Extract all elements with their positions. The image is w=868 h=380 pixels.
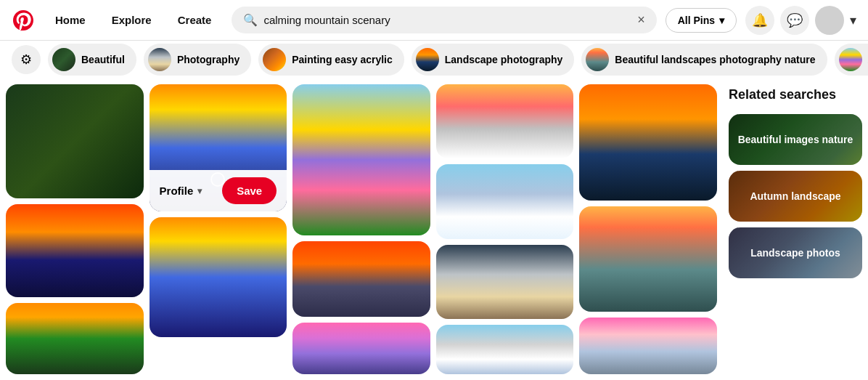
pins-column-2: Profile ▾ Save Save — [150, 84, 287, 374]
pins-column-1: Save Save Save — [6, 84, 144, 374]
pin-card[interactable]: Save — [292, 241, 430, 317]
pin-card[interactable]: Save — [436, 164, 574, 238]
save-button[interactable]: Save — [521, 170, 568, 193]
chip-beautiful-label: Beautiful — [81, 54, 125, 65]
header: Home Explore Create 🔍 × All Pins ▾ 🔔 💬 ▾ — [0, 0, 868, 41]
related-card-autumn[interactable]: Autumn landscape — [729, 171, 862, 222]
chip-beautiful-landscapes-label: Beautiful landscapes photography nature — [615, 54, 815, 65]
save-button[interactable]: Save — [91, 90, 138, 113]
pin-card[interactable]: Save — [150, 217, 287, 337]
pin-card[interactable]: Save — [579, 84, 717, 201]
messages-button[interactable]: 💬 — [780, 6, 809, 35]
save-button[interactable]: Save — [521, 331, 568, 354]
notifications-button[interactable]: 🔔 — [745, 6, 774, 35]
pin-card[interactable]: Save — [6, 204, 144, 297]
pin-card[interactable]: Save — [436, 325, 574, 374]
pin-card[interactable]: Save — [6, 303, 144, 374]
chip-landscape-img — [416, 48, 439, 71]
profile-chevron-icon[interactable]: ▾ — [850, 12, 856, 28]
right-sidebar: Related searches Beautiful images nature… — [723, 78, 868, 380]
related-card-label: Autumn landscape — [744, 187, 846, 205]
pinterest-logo[interactable] — [12, 9, 35, 32]
pins-column-3: Save Save Save — [292, 84, 430, 374]
main-nav: Home Explore Create — [44, 8, 223, 32]
related-card-nature[interactable]: Beautiful images nature — [729, 114, 862, 165]
search-input[interactable] — [263, 14, 631, 26]
main-content: Save Save Save Profile ▾ — [0, 78, 868, 380]
all-pins-chevron-icon: ▾ — [719, 15, 724, 26]
save-button[interactable]: Save — [664, 323, 711, 347]
pins-column-5: Save Save Save — [579, 84, 717, 374]
pin-card-active[interactable]: Profile ▾ Save — [150, 84, 287, 211]
chip-aesthetic-img — [839, 48, 862, 71]
save-button[interactable]: Save — [521, 90, 568, 113]
pin-card[interactable]: Save — [579, 318, 717, 374]
pin-card[interactable]: Save — [436, 84, 574, 158]
chip-beautiful[interactable]: Beautiful — [48, 44, 136, 76]
save-button[interactable]: Save — [377, 247, 425, 270]
search-icon: 🔍 — [243, 13, 258, 27]
pins-column-4: Save Save Save Save — [436, 84, 574, 374]
save-button[interactable]: Save — [664, 90, 711, 113]
chip-landscape-photo-label: Landscape photography — [445, 54, 563, 65]
related-searches-title: Related searches — [729, 84, 862, 108]
save-pin-button[interactable]: Save — [222, 177, 277, 204]
save-button[interactable]: Save — [377, 328, 425, 352]
pin-card[interactable]: Save — [292, 84, 430, 235]
header-icons: 🔔 💬 ▾ — [745, 6, 856, 35]
search-clear-icon[interactable]: × — [637, 12, 645, 28]
save-button[interactable]: Save — [91, 309, 138, 332]
pin-card[interactable]: Save — [6, 84, 144, 198]
filter-icon: ⚙ — [20, 52, 32, 68]
chip-photography-label: Photography — [177, 54, 239, 65]
bell-icon: 🔔 — [752, 12, 768, 28]
pin-card[interactable]: Save — [579, 206, 717, 312]
pin-card[interactable]: Save — [292, 323, 430, 374]
nav-home[interactable]: Home — [44, 8, 97, 32]
chip-aesthetic[interactable]: Aesthetic — [835, 44, 869, 76]
chip-beautiful-landscapes-img — [586, 48, 609, 71]
search-bar: 🔍 × — [232, 7, 656, 33]
nav-create[interactable]: Create — [166, 8, 224, 32]
save-button[interactable]: Save — [234, 223, 281, 246]
avatar[interactable] — [815, 6, 844, 35]
related-card-label: Landscape photos — [745, 244, 846, 262]
save-button[interactable]: Save — [91, 210, 138, 233]
chip-photography-img — [148, 48, 171, 71]
chip-acrylic-label: Painting easy acrylic — [292, 54, 393, 65]
all-pins-label: All Pins — [678, 15, 715, 26]
profile-button[interactable]: Profile ▾ — [160, 185, 202, 197]
related-card-landscape[interactable]: Landscape photos — [729, 227, 862, 278]
message-icon: 💬 — [787, 12, 803, 28]
chip-acrylic[interactable]: Painting easy acrylic — [258, 44, 404, 76]
profile-chevron-icon: ▾ — [197, 186, 202, 196]
profile-label: Profile — [160, 185, 194, 197]
chip-acrylic-img — [263, 48, 286, 71]
related-card-label: Beautiful images nature — [732, 131, 859, 148]
all-pins-button[interactable]: All Pins ▾ — [666, 8, 737, 33]
chip-beautiful-landscapes[interactable]: Beautiful landscapes photography nature — [581, 44, 827, 76]
chip-beautiful-img — [52, 48, 75, 71]
pin-action-bar: Profile ▾ Save — [150, 170, 287, 211]
filter-bar: ⚙ Beautiful Photography Painting easy ac… — [0, 41, 868, 78]
pins-grid: Save Save Save Profile ▾ — [0, 78, 723, 380]
chip-landscape-photo[interactable]: Landscape photography — [412, 44, 575, 76]
nav-explore[interactable]: Explore — [100, 8, 163, 32]
save-button[interactable]: Save — [521, 251, 568, 274]
save-button[interactable]: Save — [664, 212, 711, 235]
chip-photography[interactable]: Photography — [144, 44, 251, 76]
save-button[interactable]: Save — [377, 90, 425, 113]
pin-card[interactable]: Save — [436, 245, 574, 319]
filter-settings-button[interactable]: ⚙ — [12, 45, 41, 74]
